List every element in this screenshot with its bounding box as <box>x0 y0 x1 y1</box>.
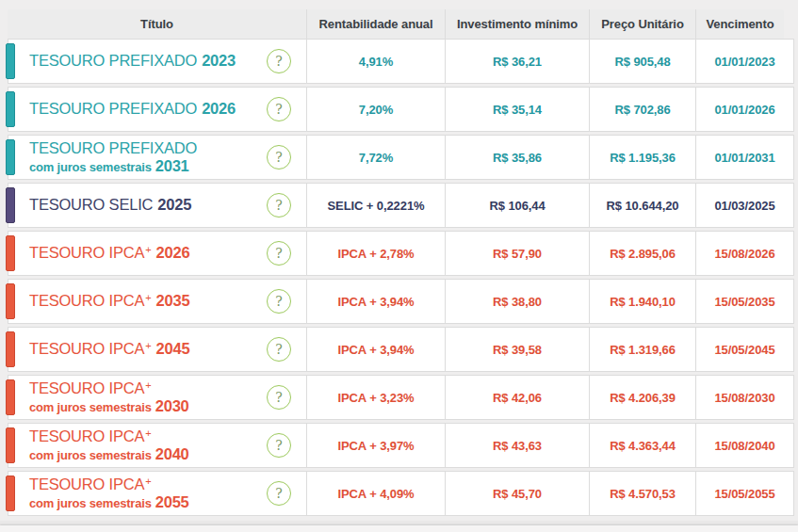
bond-title-line2: com juros semestrais2030 <box>29 398 189 414</box>
category-color-bar <box>6 379 15 415</box>
maturity-cell: 15/08/2040 <box>695 424 793 467</box>
category-color-bar <box>6 91 15 127</box>
help-icon[interactable]: ? <box>267 481 291 506</box>
help-icon[interactable]: ? <box>267 241 291 266</box>
min-investment-value: R$ 35,14 <box>493 103 542 117</box>
help-icon[interactable]: ? <box>267 97 291 121</box>
column-header-titulo: Título <box>8 9 306 39</box>
annual-rate-cell: IPCA + 3,94% <box>306 280 445 323</box>
min-investment-value: R$ 45,70 <box>493 487 542 501</box>
bond-year: 2055 <box>155 493 189 510</box>
bond-title-cell: TESOURO PREFIXADO2026 ? <box>8 88 306 131</box>
next-section-edge <box>0 525 798 532</box>
bond-title-cell: TESOURO PREFIXADO2023 ? <box>8 40 306 83</box>
bond-row[interactable]: TESOURO IPCA+ com juros semestrais2030 ?… <box>8 375 794 420</box>
bond-row[interactable]: TESOURO PREFIXADO com juros semestrais20… <box>8 135 794 180</box>
min-investment-cell: R$ 35,86 <box>445 136 589 179</box>
category-color-bar <box>6 187 15 223</box>
help-icon[interactable]: ? <box>267 49 291 73</box>
category-color-bar <box>6 427 15 463</box>
rate-index-label: IPCA <box>337 391 366 405</box>
bond-title: TESOURO IPCA+2045 <box>29 341 240 357</box>
bond-row[interactable]: TESOURO PREFIXADO2026 ? 7,20% R$ 35,14 R… <box>8 87 794 132</box>
bond-table: Título Rentabilidade anual Investimento … <box>8 9 794 519</box>
bond-row[interactable]: TESOURO IPCA+ com juros semestrais2040 ?… <box>8 423 794 468</box>
bond-year-inline: 2023 <box>202 52 236 69</box>
help-icon[interactable]: ? <box>267 193 291 218</box>
rate-text: + 4,09% <box>366 487 415 501</box>
bond-title-line1: TESOURO IPCA+ <box>29 476 189 492</box>
bond-name: TESOURO SELIC <box>29 196 153 213</box>
rate-text: 7,20% <box>359 103 393 117</box>
unit-price-cell: R$ 4.206,39 <box>589 376 695 419</box>
bond-row[interactable]: TESOURO IPCA+ com juros semestrais2055 ?… <box>8 471 794 516</box>
bond-row[interactable]: TESOURO IPCA+2045 ? IPCA + 3,94% R$ 39,5… <box>8 327 794 372</box>
rate-index-label: SELIC <box>328 199 364 213</box>
bond-row[interactable]: TESOURO SELIC2025 ? SELIC + 0,2221% R$ 1… <box>8 183 794 228</box>
min-investment-cell: R$ 36,21 <box>445 40 589 83</box>
bond-title: TESOURO IPCA+2026 <box>29 245 240 261</box>
bond-title-line2: com juros semestrais2055 <box>29 494 189 510</box>
bond-name: TESOURO IPCA <box>29 379 144 396</box>
bond-subtitle: com juros semestrais <box>29 448 152 462</box>
bond-title-cell: TESOURO SELIC2025 ? <box>8 184 306 227</box>
help-icon[interactable]: ? <box>267 385 291 410</box>
bond-year-inline: 2035 <box>156 292 190 309</box>
min-investment-cell: R$ 57,90 <box>445 232 589 275</box>
maturity-value: 15/08/2030 <box>714 391 774 405</box>
min-investment-value: R$ 106,44 <box>489 199 545 213</box>
unit-price-value: R$ 1.195,36 <box>610 151 676 165</box>
rate-text: + 3,97% <box>366 439 415 453</box>
bond-title: TESOURO IPCA+2035 <box>29 293 240 309</box>
annual-rate-value: IPCA + 3,23% <box>337 391 414 405</box>
help-icon[interactable]: ? <box>267 145 291 169</box>
bond-year-inline: 2026 <box>156 244 190 261</box>
unit-price-cell: R$ 1.195,36 <box>589 136 695 179</box>
annual-rate-cell: IPCA + 2,78% <box>306 232 445 275</box>
unit-price-cell: R$ 4.570,53 <box>589 472 695 515</box>
category-color-bar <box>6 43 15 79</box>
maturity-cell: 01/03/2025 <box>695 184 793 227</box>
bond-name: TESOURO PREFIXADO <box>29 139 197 156</box>
unit-price-value: R$ 702,86 <box>614 103 670 117</box>
maturity-value: 15/05/2055 <box>714 487 774 501</box>
category-color-bar <box>6 331 15 367</box>
unit-price-cell: R$ 1.319,66 <box>589 328 695 371</box>
annual-rate-cell: 7,72% <box>306 136 445 179</box>
bond-year: 2040 <box>155 445 189 462</box>
bond-title-cell: TESOURO IPCA+2035 ? <box>8 280 306 323</box>
maturity-cell: 15/08/2030 <box>695 376 793 419</box>
min-investment-value: R$ 38,80 <box>493 295 542 309</box>
annual-rate-cell: SELIC + 0,2221% <box>306 184 445 227</box>
bond-table-page: Título Rentabilidade anual Investimento … <box>0 0 798 532</box>
bond-subtitle: com juros semestrais <box>29 496 152 510</box>
unit-price-cell: R$ 905,48 <box>589 40 695 83</box>
annual-rate-value: 4,91% <box>359 55 393 69</box>
bond-year-inline: 2045 <box>156 340 190 357</box>
annual-rate-value: 7,20% <box>359 103 393 117</box>
bond-row[interactable]: TESOURO IPCA+2026 ? IPCA + 2,78% R$ 57,9… <box>8 231 794 276</box>
bond-title: TESOURO IPCA+ com juros semestrais2055 <box>29 476 240 510</box>
rate-text: + 2,78% <box>366 247 415 261</box>
bond-title-line1: TESOURO PREFIXADO2026 <box>29 101 236 117</box>
help-icon[interactable]: ? <box>267 289 291 314</box>
unit-price-value: R$ 4.363,44 <box>610 439 676 453</box>
category-color-bar <box>6 139 15 175</box>
bond-row[interactable]: TESOURO PREFIXADO2023 ? 4,91% R$ 36,21 R… <box>8 39 794 84</box>
unit-price-value: R$ 1.940,10 <box>610 295 676 309</box>
column-header-rentabilidade: Rentabilidade anual <box>306 9 445 39</box>
rate-index-label: IPCA <box>337 439 366 453</box>
bond-row[interactable]: TESOURO IPCA+2035 ? IPCA + 3,94% R$ 38,8… <box>8 279 794 324</box>
annual-rate-value: 7,72% <box>359 151 393 165</box>
rate-index-label: IPCA <box>337 295 366 309</box>
bond-name: TESOURO IPCA <box>29 244 144 261</box>
category-color-bar <box>6 283 15 319</box>
min-investment-cell: R$ 35,14 <box>445 88 589 131</box>
rate-index-label: IPCA <box>337 343 366 357</box>
min-investment-value: R$ 57,90 <box>493 247 542 261</box>
help-icon[interactable]: ? <box>267 433 291 458</box>
unit-price-cell: R$ 1.940,10 <box>589 280 695 323</box>
annual-rate-cell: IPCA + 3,97% <box>306 424 445 467</box>
help-icon[interactable]: ? <box>267 337 291 362</box>
annual-rate-value: IPCA + 3,94% <box>337 295 414 309</box>
